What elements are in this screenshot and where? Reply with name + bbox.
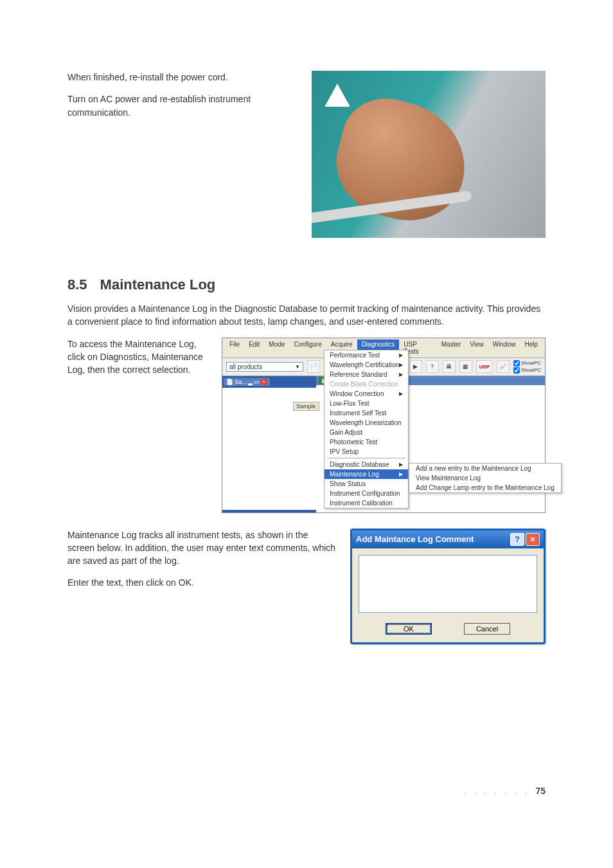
check-showpc-1[interactable]: ShowPC [513,360,541,366]
help-pointer-icon[interactable]: ？ [426,360,439,373]
paragraph-1: Vision provides a Maintenance Log in the… [67,302,546,329]
print-icon[interactable]: 🖶 [443,360,456,373]
section-title-text: Maintenance Log [100,276,216,293]
chevron-right-icon: ▶ [399,362,403,368]
section-number: 8.5 [67,276,87,293]
graph-icon[interactable]: 📈 [497,360,510,373]
help-icon[interactable]: ? [510,533,524,546]
cancel-button[interactable]: Cancel [464,623,510,635]
intro-line-2: Turn on AC power and re-establish instru… [67,93,299,119]
menu-item-instrument-calibration[interactable]: Instrument Calibration [324,498,408,508]
chevron-right-icon: ▶ [399,352,403,358]
menu-item-photometric-test[interactable]: Photometric Test [324,437,408,447]
section-heading: 8.5Maintenance Log [67,276,546,293]
footer-dots: . . . . . . . [463,786,529,796]
window-icon[interactable]: ▭ [254,379,260,385]
min-icon[interactable]: ▂ [248,379,253,385]
menu-item-diagnostic-database[interactable]: Diagnostic Database▶ [324,460,408,469]
page-number: 75 [535,786,546,796]
menu-item-gain-adjust[interactable]: Gain Adjust [324,428,408,437]
paragraph-3: Maintenance Log tracks all instrument te… [67,529,337,568]
menu-item-maintenance-log[interactable]: Maintenance Log▶ [324,469,408,479]
tab-sa[interactable]: 📄 Sa... ▂ ▭ × [224,378,270,386]
menu-item-low-flux-test[interactable]: Low-Flux Test [324,399,408,408]
menu-edit[interactable]: Edit [244,339,264,356]
chevron-right-icon: ▶ [399,372,403,377]
play-icon[interactable]: ▶ [409,360,422,373]
ok-button[interactable]: OK [386,623,432,635]
paragraph-4: Enter the text, then click on OK. [67,576,337,589]
submenu-item-view-maintenance-log[interactable]: View Maintenance Log [409,473,561,483]
menu-item-wavelength-linearization[interactable]: Wavelength Linearization [324,418,408,428]
paragraph-2: To access the Maintenance Log, click on … [67,338,215,377]
add-comment-dialog: Add Maintance Log Comment ? × OK Cancel [350,529,546,644]
menu-item-wavelength-certification[interactable]: Wavelength Certification▶ [324,360,408,370]
menu-mode[interactable]: Mode [264,339,289,356]
close-icon[interactable]: × [261,379,267,385]
chevron-right-icon: ▶ [399,462,403,467]
instrument-photo [312,71,546,238]
menu-help[interactable]: Help [520,339,542,356]
usp-icon[interactable]: USP [476,360,493,373]
diagnostics-menu: Performance Test▶Wavelength Certificatio… [324,350,409,509]
submenu-item-add-change-lamp-entry-to-the-m[interactable]: Add Change Lamp entry to the Maintenance… [409,483,561,493]
screenshot-menu: FileEditModeConfigureAcquireDiagnosticsU… [222,338,546,513]
report-icon[interactable]: ▦ [459,360,472,373]
menu-item-create-blank-correction: Create Blank Correction [324,379,408,389]
sample-label: Sample [293,402,319,411]
submenu-item-add-a-new-entry-to-the-mainten[interactable]: Add a new entry to the Maintenance Log [409,464,561,473]
menu-item-ipv-setup[interactable]: IPV Setup [324,447,408,457]
close-icon[interactable]: × [526,533,540,546]
menu-item-instrument-configuration[interactable]: Instrument Configuration [324,489,408,498]
check-showpc-2[interactable]: ShowPC [513,367,541,374]
menu-item-show-status[interactable]: Show Status [324,479,408,489]
menu-master[interactable]: Master [437,339,466,356]
product-combo[interactable]: all products ▼ [226,362,303,372]
menu-view[interactable]: View [465,339,488,356]
chevron-right-icon: ▶ [399,391,403,397]
menu-item-window-correction[interactable]: Window Correction▶ [324,389,408,399]
chevron-right-icon: ▶ [399,471,403,477]
menu-item-instrument-self-test[interactable]: Instrument Self Test [324,408,408,418]
menu-window[interactable]: Window [488,339,520,356]
menu-item-reference-standard[interactable]: Reference Standard▶ [324,370,408,379]
menu-file[interactable]: File [225,339,244,356]
menu-item-performance-test[interactable]: Performance Test▶ [324,350,408,360]
maintenance-log-submenu: Add a new entry to the Maintenance LogVi… [409,463,562,493]
combo-value: all products [229,363,262,370]
menu-configure[interactable]: Configure [289,339,326,356]
dialog-title: Add Maintance Log Comment [356,534,474,544]
comment-textarea[interactable] [359,555,537,613]
doc-icon[interactable]: 📄 [307,360,320,373]
chevron-down-icon: ▼ [295,364,300,370]
intro-line-1: When finished, re-install the power cord… [67,71,299,84]
